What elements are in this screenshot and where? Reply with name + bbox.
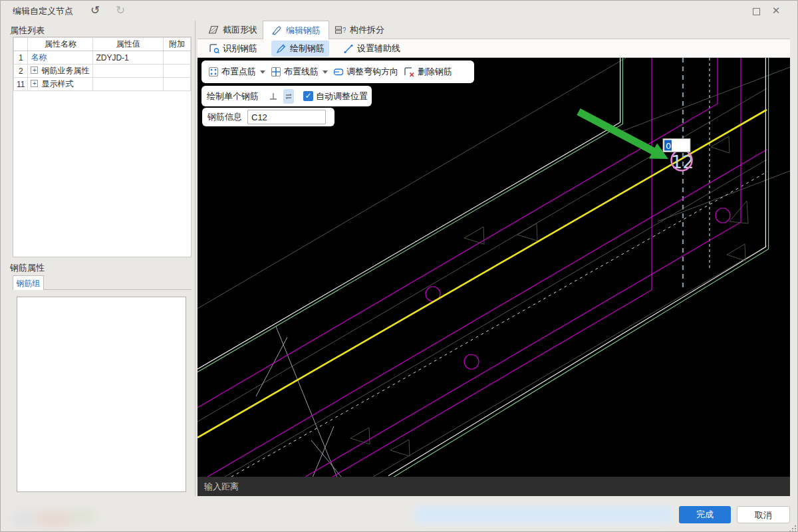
attr-name[interactable]: 名称	[31, 53, 47, 62]
checkbox-label: 自动调整位置	[316, 90, 368, 102]
place-point-rebar-button[interactable]: 布置点筋	[208, 66, 265, 78]
table-row[interactable]: 2 +钢筋业务属性	[14, 65, 191, 78]
rebar-circles	[426, 208, 730, 369]
background-smudge	[70, 510, 96, 522]
place-point-rebar-icon	[208, 66, 219, 77]
aux-line-icon	[343, 43, 354, 54]
col-attr-value: 属性值	[93, 38, 164, 51]
tab-section-shape[interactable]: 截面形状	[200, 21, 265, 39]
maximize-glyph	[753, 8, 760, 15]
edit-rebar-icon	[271, 25, 282, 35]
attr-value[interactable]: ZDYJD-1	[93, 51, 164, 65]
resize-grip[interactable]	[789, 525, 796, 532]
button-label: 绘制钢筋	[290, 43, 325, 55]
tab-label: 编辑钢筋	[286, 25, 321, 37]
distance-input[interactable]: 0	[663, 139, 690, 152]
redo-icon[interactable]: ↻	[112, 3, 128, 19]
component-split-icon: ?	[334, 25, 346, 35]
row-num: 2	[14, 65, 28, 78]
place-line-rebar-button[interactable]: 布置线筋	[271, 66, 328, 78]
expand-plus-icon[interactable]: +	[31, 80, 38, 87]
rebar-props-header: 钢筋属性	[1, 261, 195, 275]
svg-text:?: ?	[342, 27, 346, 34]
button-label: 删除钢筋	[418, 66, 452, 78]
section-shape-icon	[208, 25, 219, 35]
draw-single-toolbar: 绘制单个钢筋 ✓ 自动调整位置	[201, 86, 372, 106]
checkbox-checked-icon[interactable]: ✓	[303, 91, 313, 101]
aux-lines	[256, 327, 342, 477]
dialog-title: 编辑自定义节点	[13, 5, 73, 17]
tab-label: 截面形状	[223, 24, 257, 36]
parallel-mode-button[interactable]	[283, 89, 294, 104]
title-bar[interactable]: 编辑自定义节点 ↺ ↻ ✕	[1, 1, 797, 21]
distance-value: 0	[666, 141, 671, 151]
blurred-tooltip	[414, 505, 672, 524]
rebar-toolbar: 识别钢筋 绘制钢筋 设置辅助线	[198, 39, 790, 58]
recognize-rebar-icon	[209, 43, 219, 54]
maximize-icon[interactable]	[748, 4, 764, 20]
edit-custom-node-dialog: 编辑自定义节点 ↺ ↻ ✕ 属性列表 属性名称 属性值 附加 1 名称 ZDYJ…	[0, 0, 798, 532]
property-table: 属性名称 属性值 附加 1 名称 ZDYJD-1 2 +钢筋业务属性	[13, 37, 192, 257]
property-list-header: 属性列表	[1, 23, 195, 37]
rebar-info-label: 钢筋信息	[207, 111, 242, 123]
col-attach: 附加	[164, 38, 191, 51]
row-num: 11	[14, 78, 28, 91]
table-row[interactable]: 11 +显示样式	[14, 78, 191, 91]
place-line-rebar-icon	[271, 66, 281, 77]
button-label: 布置线筋	[284, 66, 319, 78]
adjust-hook-icon	[333, 66, 344, 77]
attr-value[interactable]	[93, 65, 164, 78]
cancel-button[interactable]: 取消	[737, 506, 790, 523]
attr-value[interactable]	[93, 78, 164, 91]
auto-adjust-toggle[interactable]: ✓ 自动调整位置	[303, 90, 368, 102]
expand-plus-icon[interactable]: +	[31, 66, 38, 74]
close-icon[interactable]: ✕	[768, 3, 784, 19]
table-row[interactable]: 1 名称 ZDYJD-1	[14, 51, 191, 65]
rebar-info-panel: 钢筋信息	[202, 108, 334, 126]
rebar-info-input[interactable]	[247, 110, 326, 124]
tab-rebar-group[interactable]: 钢筋组	[13, 275, 44, 290]
adjust-hook-button[interactable]: 调整弯钩方向	[333, 66, 398, 78]
button-label: 识别钢筋	[223, 43, 257, 55]
background-smudge	[13, 514, 33, 525]
button-label: 设置辅助线	[357, 43, 400, 55]
perpendicular-icon	[268, 91, 279, 102]
button-label: 调整弯钩方向	[346, 66, 398, 78]
draw-rebar-icon	[276, 43, 287, 54]
chevron-down-icon[interactable]	[323, 70, 328, 74]
canvas-status-bar: 输入距离	[198, 477, 790, 496]
parallel-icon	[283, 91, 294, 102]
left-panel: 属性列表 属性名称 属性值 附加 1 名称 ZDYJD-1 2 +钢筋业务属性	[1, 21, 195, 532]
perpendicular-mode-button[interactable]	[268, 89, 279, 104]
rebar-place-toolbar: 布置点筋 布置线筋 调整弯钩方向 删除钢筋	[201, 61, 474, 83]
tab-component-split[interactable]: ? 构件拆分	[327, 21, 392, 39]
attr-name: 钢筋业务属性	[41, 66, 89, 75]
draw-single-rebar-button[interactable]: 绘制单个钢筋	[207, 90, 259, 102]
tab-edit-rebar[interactable]: 编辑钢筋	[263, 21, 329, 39]
attr-name: 显示样式	[41, 79, 73, 88]
button-label: 布置点筋	[221, 66, 256, 78]
row-num: 1	[14, 51, 28, 65]
delete-rebar-button[interactable]: 删除钢筋	[404, 66, 452, 78]
draw-rebar-button[interactable]: 绘制钢筋	[271, 41, 329, 57]
undo-icon[interactable]: ↺	[87, 3, 103, 19]
table-header-row: 属性名称 属性值 附加	[14, 38, 191, 51]
background-smudge	[33, 513, 74, 526]
recognize-rebar-button[interactable]: 识别钢筋	[204, 41, 262, 57]
delete-rebar-icon	[404, 66, 415, 77]
rebar-group-list[interactable]	[17, 297, 186, 492]
chevron-down-icon[interactable]	[260, 70, 265, 74]
col-attr-name: 属性名称	[28, 38, 93, 51]
panel-divider	[195, 21, 196, 496]
finish-button[interactable]: 完成	[679, 506, 731, 523]
tab-label: 构件拆分	[350, 24, 384, 36]
set-aux-line-button[interactable]: 设置辅助线	[338, 41, 405, 57]
